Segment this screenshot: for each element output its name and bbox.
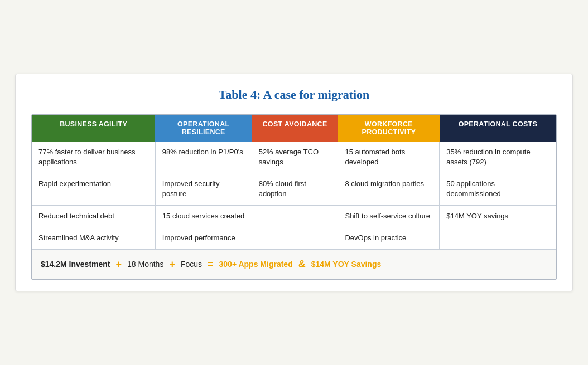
footer-result: 300+ Apps Migrated	[219, 259, 293, 270]
cell-workforce-4: DevOps in practice	[338, 227, 440, 249]
migration-table: BUSINESS AGILITY OPERATIONAL RESILIENCE …	[32, 115, 556, 279]
footer-content: $14.2M Investment + 18 Months + Focus = …	[41, 257, 547, 271]
cell-op-costs-1: 35% reduction in compute assets (792)	[440, 142, 556, 173]
cell-business-1: 77% faster to deliver business applicati…	[32, 142, 155, 173]
table-row: Streamlined M&A activity Improved perfor…	[32, 227, 556, 249]
cell-operational-4: Improved performance	[155, 227, 252, 249]
cell-business-4: Streamlined M&A activity	[32, 227, 155, 249]
cell-op-costs-4	[440, 227, 556, 249]
cell-workforce-1: 15 automated bots developed	[338, 142, 440, 173]
cell-cost-4	[252, 227, 338, 249]
footer-months: 18 Months	[127, 259, 163, 270]
cell-op-costs-3: $14M YOY savings	[440, 205, 556, 227]
cell-op-costs-2: 50 applications decommissioned	[440, 173, 556, 205]
cell-business-2: Rapid experimentation	[32, 173, 155, 205]
table-footer-row: $14.2M Investment + 18 Months + Focus = …	[32, 249, 556, 279]
main-table-wrapper: BUSINESS AGILITY OPERATIONAL RESILIENCE …	[31, 114, 557, 280]
col-header-cost: COST AVOIDANCE	[252, 115, 338, 142]
cell-workforce-3: Shift to self-service culture	[338, 205, 440, 227]
footer-savings: $14M YOY Savings	[311, 259, 382, 270]
footer-equals: =	[208, 257, 214, 271]
table-header-row: BUSINESS AGILITY OPERATIONAL RESILIENCE …	[32, 115, 556, 142]
footer-plus1: +	[116, 257, 122, 271]
col-header-operational: OPERATIONAL RESILIENCE	[155, 115, 252, 142]
cell-cost-3	[252, 205, 338, 227]
table-row: 77% faster to deliver business applicati…	[32, 142, 556, 173]
cell-operational-1: 98% reduction in P1/P0's	[155, 142, 252, 173]
footer-investment: $14.2M Investment	[41, 259, 110, 270]
cell-operational-3: 15 cloud services created	[155, 205, 252, 227]
cell-cost-1: 52% average TCO savings	[252, 142, 338, 173]
footer-amp: &	[298, 257, 306, 271]
page-title: Table 4: A case for migration	[31, 87, 557, 102]
page-card: Table 4: A case for migration BUSINESS A…	[15, 74, 573, 291]
col-header-workforce: WORKFORCE PRODUCTIVITY	[338, 115, 440, 142]
footer-cell: $14.2M Investment + 18 Months + Focus = …	[32, 249, 556, 279]
table-row: Rapid experimentation Improved security …	[32, 173, 556, 205]
cell-operational-2: Improved security posture	[155, 173, 252, 205]
cell-cost-2: 80% cloud first adoption	[252, 173, 338, 205]
footer-focus: Focus	[181, 259, 202, 270]
col-header-business: BUSINESS AGILITY	[32, 115, 155, 142]
table-row: Reduced technical debt 15 cloud services…	[32, 205, 556, 227]
footer-plus2: +	[169, 257, 175, 271]
col-header-op-costs: OPERATIONAL COSTS	[440, 115, 556, 142]
cell-workforce-2: 8 cloud migration parties	[338, 173, 440, 205]
cell-business-3: Reduced technical debt	[32, 205, 155, 227]
